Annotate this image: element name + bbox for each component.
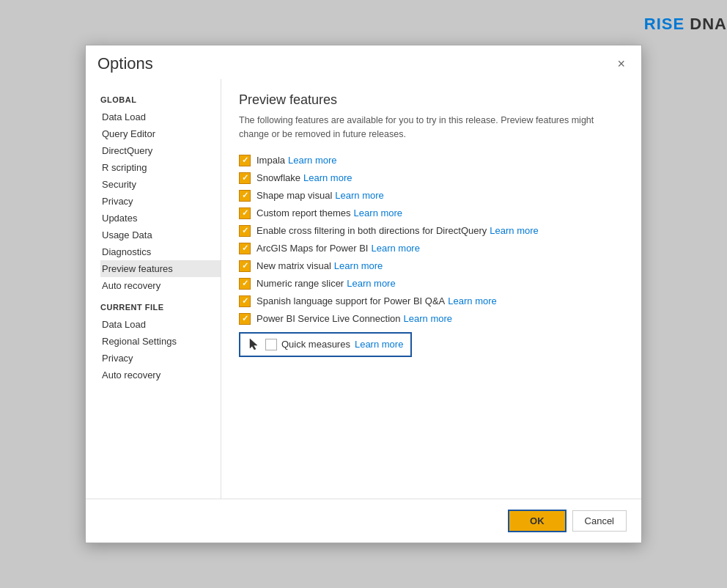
title-bar: Options × bbox=[86, 45, 641, 79]
sidebar-item-cf-privacy[interactable]: Privacy bbox=[100, 350, 221, 367]
sidebar-item-query-editor[interactable]: Query Editor bbox=[100, 125, 221, 142]
feature-label-live-connection: Power BI Service Live Connection bbox=[257, 313, 401, 324]
sidebar-item-data-load[interactable]: Data Load bbox=[100, 109, 221, 125]
feature-label-spanish: Spanish language support for Power BI Q&… bbox=[257, 295, 445, 306]
learn-more-custom-report[interactable]: Learn more bbox=[354, 207, 402, 218]
feature-item-cross-filtering: Enable cross filtering in both direction… bbox=[239, 225, 624, 237]
learn-more-cross-filtering[interactable]: Learn more bbox=[490, 225, 538, 236]
feature-list: Impala Learn more Snowflake Learn more S… bbox=[239, 155, 624, 325]
checkbox-arcgis[interactable] bbox=[239, 243, 251, 254]
feature-label-arcgis: ArcGIS Maps for Power BI bbox=[257, 243, 368, 254]
dialog-body: GLOBAL Data Load Query Editor DirectQuer… bbox=[86, 79, 641, 499]
current-file-section-label: CURRENT FILE bbox=[100, 303, 221, 312]
dialog-title: Options bbox=[97, 54, 153, 73]
checkbox-live-connection[interactable] bbox=[239, 313, 251, 325]
close-button[interactable]: × bbox=[613, 56, 630, 72]
feature-item-numeric-slicer: Numeric range slicer Learn more bbox=[239, 278, 624, 290]
feature-label-matrix-visual: New matrix visual bbox=[257, 260, 331, 271]
feature-item-snowflake: Snowflake Learn more bbox=[239, 172, 624, 184]
checkbox-cross-filtering[interactable] bbox=[239, 225, 251, 237]
feature-item-matrix-visual: New matrix visual Learn more bbox=[239, 260, 624, 272]
content-description: The following features are available for… bbox=[239, 114, 624, 142]
svg-marker-0 bbox=[250, 339, 257, 350]
sidebar: GLOBAL Data Load Query Editor DirectQuer… bbox=[86, 79, 221, 499]
content-title: Preview features bbox=[239, 92, 624, 108]
feature-label-custom-report: Custom report themes bbox=[257, 207, 351, 218]
checkbox-shape-map[interactable] bbox=[239, 190, 251, 202]
watermark-dna: DNA bbox=[684, 15, 727, 33]
checkbox-impala[interactable] bbox=[239, 155, 251, 166]
cancel-button[interactable]: Cancel bbox=[572, 510, 627, 532]
quick-measures-row: Quick measures Learn more bbox=[239, 332, 412, 357]
sidebar-item-updates[interactable]: Updates bbox=[100, 210, 221, 227]
feature-label-numeric-slicer: Numeric range slicer bbox=[257, 278, 344, 289]
sidebar-item-privacy[interactable]: Privacy bbox=[100, 193, 221, 210]
checkbox-spanish[interactable] bbox=[239, 295, 251, 307]
checkbox-matrix-visual[interactable] bbox=[239, 260, 251, 272]
quick-measures-container: Quick measures Learn more bbox=[239, 331, 624, 357]
sidebar-item-cf-data-load[interactable]: Data Load bbox=[100, 316, 221, 333]
learn-more-arcgis[interactable]: Learn more bbox=[371, 243, 419, 254]
watermark: RISE DNA bbox=[644, 15, 727, 34]
learn-more-quick-measures[interactable]: Learn more bbox=[355, 339, 403, 350]
learn-more-live-connection[interactable]: Learn more bbox=[404, 313, 452, 324]
learn-more-spanish[interactable]: Learn more bbox=[448, 295, 496, 306]
learn-more-impala[interactable]: Learn more bbox=[288, 155, 336, 166]
sidebar-item-r-scripting[interactable]: R scripting bbox=[100, 159, 221, 176]
checkbox-numeric-slicer[interactable] bbox=[239, 278, 251, 290]
global-section-label: GLOBAL bbox=[100, 95, 221, 104]
feature-label-quick-measures: Quick measures bbox=[281, 339, 350, 350]
sidebar-item-auto-recovery[interactable]: Auto recovery bbox=[100, 277, 221, 294]
sidebar-item-cf-auto-recovery[interactable]: Auto recovery bbox=[100, 367, 221, 383]
cursor-icon bbox=[248, 338, 261, 351]
checkbox-snowflake[interactable] bbox=[239, 172, 251, 184]
learn-more-numeric-slicer[interactable]: Learn more bbox=[347, 278, 395, 289]
feature-item-impala: Impala Learn more bbox=[239, 155, 624, 166]
sidebar-item-usage-data[interactable]: Usage Data bbox=[100, 227, 221, 243]
feature-item-arcgis: ArcGIS Maps for Power BI Learn more bbox=[239, 243, 624, 254]
feature-item-shape-map: Shape map visual Learn more bbox=[239, 190, 624, 202]
learn-more-matrix-visual[interactable]: Learn more bbox=[334, 260, 383, 271]
learn-more-shape-map[interactable]: Learn more bbox=[335, 190, 383, 201]
feature-label-shape-map: Shape map visual bbox=[257, 190, 332, 201]
content-area: Preview features The following features … bbox=[221, 79, 641, 499]
feature-item-quick-measures: Quick measures Learn more bbox=[248, 338, 403, 351]
sidebar-item-preview-features[interactable]: Preview features bbox=[100, 260, 221, 277]
sidebar-item-cf-regional-settings[interactable]: Regional Settings bbox=[100, 333, 221, 350]
sidebar-item-diagnostics[interactable]: Diagnostics bbox=[100, 243, 221, 260]
feature-item-custom-report: Custom report themes Learn more bbox=[239, 207, 624, 219]
feature-item-spanish: Spanish language support for Power BI Q&… bbox=[239, 295, 624, 307]
checkbox-quick-measures[interactable] bbox=[265, 339, 277, 350]
learn-more-snowflake[interactable]: Learn more bbox=[303, 172, 352, 183]
sidebar-item-security[interactable]: Security bbox=[100, 176, 221, 193]
sidebar-item-direct-query[interactable]: DirectQuery bbox=[100, 142, 221, 159]
feature-item-live-connection: Power BI Service Live Connection Learn m… bbox=[239, 313, 624, 325]
dialog-footer: OK Cancel bbox=[86, 499, 641, 543]
feature-label-impala: Impala bbox=[257, 155, 285, 166]
feature-label-cross-filtering: Enable cross filtering in both direction… bbox=[257, 225, 487, 236]
ok-button[interactable]: OK bbox=[508, 510, 567, 532]
checkbox-custom-report[interactable] bbox=[239, 207, 251, 219]
watermark-rise: RISE bbox=[644, 15, 684, 33]
feature-label-snowflake: Snowflake bbox=[257, 172, 300, 183]
options-dialog: Options × GLOBAL Data Load Query Editor … bbox=[85, 45, 642, 543]
